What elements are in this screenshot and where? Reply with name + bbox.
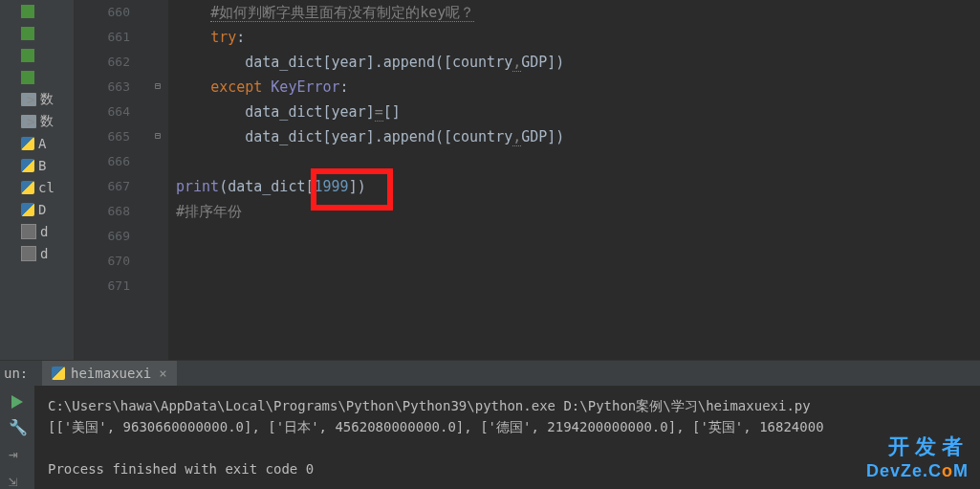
line-number: 660 bbox=[75, 0, 130, 25]
project-item[interactable] bbox=[0, 66, 74, 88]
ide-root: >数>数ABclDdd 6606616626636646656666676686… bbox=[0, 0, 980, 489]
code-line[interactable]: #如何判断字典里面有没有制定的key呢？ bbox=[176, 0, 980, 25]
python-icon bbox=[52, 367, 65, 380]
project-item[interactable]: d bbox=[0, 220, 74, 242]
run-body: 🔧 ⇥ ⇲ C:\Users\hawa\AppData\Local\Progra… bbox=[0, 386, 980, 489]
fold-marker[interactable]: ⊟ bbox=[155, 130, 164, 140]
settings-icon[interactable]: 🔧 bbox=[9, 418, 26, 435]
code-line[interactable]: data_dict[year].append([country,GDP]) bbox=[176, 50, 980, 75]
code-line[interactable]: print(data_dict[1999]) bbox=[176, 174, 980, 199]
code-line[interactable]: data_dict[year].append([country,GDP]) bbox=[176, 124, 980, 149]
project-item[interactable]: >数 bbox=[0, 110, 74, 132]
project-item-label: cl bbox=[38, 180, 54, 195]
line-gutter: 660661662663664665666667668669670671 bbox=[75, 0, 153, 360]
project-item[interactable]: >数 bbox=[0, 88, 74, 110]
project-item[interactable] bbox=[0, 22, 74, 44]
line-number: 671 bbox=[75, 274, 130, 299]
top-area: >数>数ABclDdd 6606616626636646656666676686… bbox=[0, 0, 980, 360]
project-item[interactable]: d bbox=[0, 242, 74, 264]
project-item-label: 数 bbox=[40, 113, 54, 130]
project-item-label: B bbox=[38, 158, 46, 173]
fold-marker[interactable]: ⊟ bbox=[155, 80, 164, 90]
line-number: 667 bbox=[75, 174, 130, 199]
code-area[interactable]: #如何判断字典里面有没有制定的key呢？ try: data_dict[year… bbox=[168, 0, 980, 360]
code-line[interactable]: #排序年份 bbox=[176, 199, 980, 224]
line-number: 668 bbox=[75, 199, 130, 224]
scroll-down-icon[interactable]: ⇥ bbox=[9, 445, 26, 462]
code-line[interactable]: data_dict[year]=[] bbox=[176, 100, 980, 124]
line-number: 662 bbox=[75, 50, 130, 75]
code-line[interactable] bbox=[176, 249, 980, 274]
project-item[interactable]: B bbox=[0, 154, 74, 176]
project-item-label: D bbox=[38, 202, 46, 217]
line-number: 664 bbox=[75, 100, 130, 124]
run-toolbar: 🔧 ⇥ ⇲ bbox=[0, 386, 34, 489]
line-number: 669 bbox=[75, 224, 130, 249]
project-item[interactable]: A bbox=[0, 132, 74, 154]
project-item[interactable] bbox=[0, 0, 74, 22]
project-item[interactable]: cl bbox=[0, 176, 74, 198]
chevron-right-icon[interactable]: > bbox=[27, 114, 38, 129]
project-panel[interactable]: >数>数ABclDdd bbox=[0, 0, 75, 360]
run-tabs: un: heimaxuexi × bbox=[0, 361, 980, 386]
code-line[interactable] bbox=[176, 149, 980, 174]
project-item[interactable]: D bbox=[0, 198, 74, 220]
line-number: 670 bbox=[75, 249, 130, 274]
project-item-label: d bbox=[40, 246, 48, 261]
rerun-icon[interactable] bbox=[11, 395, 23, 409]
line-number: 665 bbox=[75, 124, 130, 149]
line-number: 663 bbox=[75, 75, 130, 100]
code-line[interactable] bbox=[176, 274, 980, 299]
run-label: un: bbox=[4, 366, 28, 381]
code-editor[interactable]: 660661662663664665666667668669670671 ⊟ ⊟… bbox=[75, 0, 980, 360]
project-item-label: 数 bbox=[40, 91, 54, 108]
project-item[interactable] bbox=[0, 44, 74, 66]
more-icon[interactable]: ⇲ bbox=[9, 472, 26, 489]
line-number: 661 bbox=[75, 25, 130, 50]
chevron-right-icon[interactable]: > bbox=[27, 92, 38, 107]
project-item-label: d bbox=[40, 224, 48, 239]
run-tab[interactable]: heimaxuexi × bbox=[42, 361, 177, 386]
line-number: 666 bbox=[75, 149, 130, 174]
fold-column: ⊟ ⊟ bbox=[153, 0, 168, 360]
run-tool-window: un: heimaxuexi × 🔧 ⇥ ⇲ C:\Users\hawa\App… bbox=[0, 360, 980, 489]
project-item-label: A bbox=[38, 136, 46, 151]
code-line[interactable]: try: bbox=[176, 25, 980, 50]
code-line[interactable]: except KeyError: bbox=[176, 75, 980, 100]
code-line[interactable] bbox=[176, 224, 980, 249]
run-tab-label: heimaxuexi bbox=[71, 366, 151, 381]
close-icon[interactable]: × bbox=[159, 366, 166, 381]
console-output[interactable]: C:\Users\hawa\AppData\Local\Programs\Pyt… bbox=[34, 386, 980, 489]
